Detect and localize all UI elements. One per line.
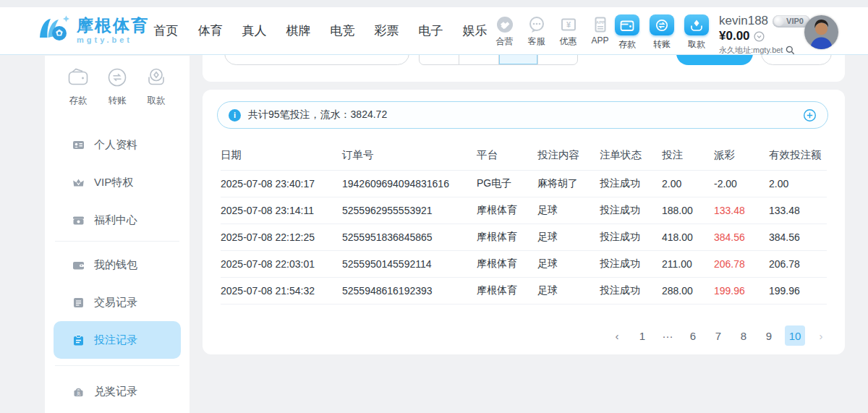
pagination-page-7[interactable]: 7: [709, 325, 728, 346]
sidebar-item-vip[interactable]: VIP特权: [54, 163, 181, 201]
tile-withdraw[interactable]: 取款: [684, 14, 710, 51]
chevron-down-icon[interactable]: [754, 31, 765, 42]
avatar[interactable]: [804, 15, 838, 49]
id-card-icon: [72, 139, 85, 151]
cell-content: 麻将胡了: [537, 177, 600, 190]
sidebar: 存款 转账 取款: [45, 56, 190, 413]
header-cell-valid: 有效投注额: [769, 148, 827, 162]
cell-payout: 133.48: [714, 205, 769, 216]
tile-transfer[interactable]: 转账: [649, 14, 675, 51]
divider: [55, 365, 179, 366]
pagination-ellipsis[interactable]: ···: [658, 325, 677, 346]
cell-platform: 摩根体育: [477, 284, 537, 297]
sidebar-item-label: 我的钱包: [94, 258, 137, 272]
header-cell-payout: 派彩: [714, 148, 769, 162]
pagination-page-8[interactable]: 8: [734, 325, 753, 346]
sidebar-item-label: 兑奖记录: [94, 385, 137, 399]
header-cell-bet: 投注: [662, 148, 714, 162]
nav-item-live[interactable]: 真人: [232, 22, 276, 39]
cell-status: 投注成功: [600, 204, 662, 217]
pagination-page-6[interactable]: 6: [684, 325, 702, 346]
svg-text:APP: APP: [595, 20, 604, 25]
summary-alert: i 共计95笔投注，流水：3824.72: [217, 101, 828, 129]
username: kevin188: [719, 14, 768, 28]
cell-date: 2025-07-08 22:12:25: [221, 231, 342, 243]
divider: [55, 241, 179, 242]
pagination: ‹ 1 ··· 6 7 8 9 10 ›: [608, 325, 830, 346]
cell-valid: 199.96: [769, 285, 827, 297]
quick-transfer[interactable]: 转账: [101, 65, 134, 107]
pagination-page-1[interactable]: 1: [633, 325, 652, 346]
pagination-page-10-current[interactable]: 10: [785, 325, 805, 346]
sidebar-quick-actions: 存款 转账 取款: [45, 56, 190, 107]
nav-item-lottery[interactable]: 彩票: [365, 22, 409, 39]
prize-bag-icon: 兑: [72, 386, 85, 398]
gift-box-icon: [72, 214, 85, 226]
pagination-next[interactable]: ›: [812, 325, 830, 346]
cell-payout: 384.56: [714, 231, 769, 243]
header: 摩根体育 mgty.bet 首页 体育 真人 棋牌 电竞 彩票 电子 娱乐 合营: [0, 7, 868, 55]
cell-content: 足球: [537, 204, 600, 217]
sidebar-item-bet-records[interactable]: 投注记录: [54, 321, 181, 359]
cell-order: 1942609694094831616: [342, 178, 477, 190]
vip-badge: VIP0: [773, 15, 810, 27]
plus-circle-icon[interactable]: [803, 108, 817, 122]
record-card-icon: [72, 297, 85, 309]
sidebar-item-prize-records[interactable]: 兑 兑奖记录: [54, 372, 181, 410]
withdraw-outline-icon: [144, 65, 169, 93]
cell-status: 投注成功: [600, 257, 662, 271]
nav-item-esports[interactable]: 电竞: [320, 22, 365, 39]
tile-label: 转账: [653, 38, 671, 51]
cell-date: 2025-07-08 23:40:17: [221, 178, 342, 190]
cell-bet: 418.00: [662, 231, 714, 243]
bet-records-table: 日期 订单号 平台 投注内容 注单状态 投注 派彩 有效投注额 2025-07-…: [221, 140, 827, 305]
cell-status: 投注成功: [600, 284, 662, 297]
table-row: 2025-07-08 22:03:01 5255950145592114 摩根体…: [221, 250, 827, 277]
info-icon: i: [229, 109, 241, 122]
quick-label: 存款: [69, 95, 88, 107]
withdraw-icon: [684, 14, 709, 35]
sidebar-item-profile[interactable]: 个人资料: [54, 126, 181, 163]
header-cell-order: 订单号: [342, 148, 477, 162]
brand-logo[interactable]: 摩根体育 mgty.bet: [38, 14, 149, 47]
cell-order: 5255962955553921: [342, 205, 477, 216]
cell-payout: -2.00: [714, 178, 769, 190]
table-body: 2025-07-08 23:40:17 1942609694094831616 …: [221, 170, 827, 305]
promo-yen-icon: ¥: [559, 14, 578, 34]
pagination-page-9[interactable]: 9: [760, 325, 778, 346]
cell-valid: 133.48: [769, 205, 827, 216]
quick-withdraw[interactable]: 取款: [140, 65, 173, 107]
nav-item-home[interactable]: 首页: [144, 22, 188, 39]
table-row: 2025-07-08 23:14:11 5255962955553921 摩根体…: [221, 197, 827, 223]
cell-valid: 384.56: [769, 231, 827, 243]
cell-content: 足球: [537, 284, 600, 297]
tile-deposit[interactable]: 存款: [614, 14, 640, 51]
sidebar-item-transactions[interactable]: 交易记录: [54, 284, 181, 321]
header-link-app[interactable]: APP APP: [587, 14, 613, 48]
cell-payout: 206.78: [714, 258, 769, 270]
header-wallet-tiles: 存款 转账 取款: [614, 14, 710, 51]
tile-label: 存款: [618, 38, 636, 51]
nav-item-slots[interactable]: 电子: [409, 22, 453, 39]
quick-deposit[interactable]: 存款: [61, 65, 95, 107]
nav-item-entertainment[interactable]: 娱乐: [453, 22, 497, 39]
nav-item-sports[interactable]: 体育: [188, 22, 232, 39]
header-cell-content: 投注内容: [537, 148, 600, 162]
brand-name: 摩根体育: [77, 17, 149, 35]
sidebar-item-welfare[interactable]: 福利中心: [54, 201, 181, 239]
cell-platform: PG电子: [477, 177, 537, 190]
sidebar-item-wallet[interactable]: 我的钱包: [54, 246, 181, 284]
svg-text:¥: ¥: [566, 20, 571, 29]
magnifier-icon[interactable]: [786, 46, 795, 55]
header-link-promo[interactable]: ¥ 优惠: [555, 14, 582, 48]
permanent-address: 永久地址:mgty.bet: [719, 45, 783, 56]
pagination-prev[interactable]: ‹: [608, 325, 626, 346]
header-link-support[interactable]: 客服: [523, 14, 550, 48]
header-link-partnership[interactable]: 合营: [491, 14, 518, 48]
cell-valid: 206.78: [769, 258, 827, 270]
cell-content: 足球: [537, 257, 600, 271]
nav-item-cards[interactable]: 棋牌: [276, 22, 320, 39]
brand-logo-icon: [38, 14, 71, 47]
sidebar-menu: 个人资料 VIP特权 福利中心: [45, 126, 190, 410]
header-cell-date: 日期: [221, 148, 342, 162]
